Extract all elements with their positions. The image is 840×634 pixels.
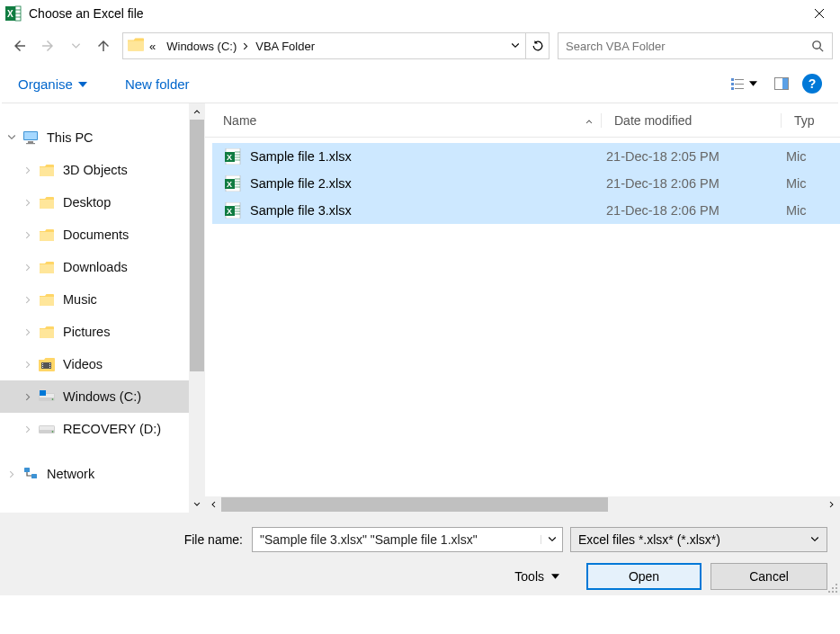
column-header-type[interactable]: Typ: [781, 113, 840, 128]
tree-item-label: 3D Objects: [63, 163, 128, 177]
column-header-name[interactable]: Name: [205, 113, 601, 128]
tree-pictures[interactable]: Pictures: [0, 316, 189, 348]
file-type: Mic: [781, 176, 840, 191]
expander-icon[interactable]: [5, 133, 18, 142]
search-box[interactable]: [558, 32, 833, 59]
caret-down-icon: [551, 574, 559, 579]
expander-icon[interactable]: [22, 231, 34, 239]
file-date: 21-Dec-18 2:05 PM: [601, 149, 781, 164]
expander-icon[interactable]: [22, 166, 34, 174]
file-row[interactable]: Sample file 2.xlsx 21-Dec-18 2:06 PM Mic: [212, 170, 840, 197]
open-button[interactable]: Open: [586, 563, 701, 590]
forward-button[interactable]: [35, 33, 60, 58]
file-row[interactable]: Sample file 3.xlsx 21-Dec-18 2:06 PM Mic: [212, 197, 840, 224]
main-area: This PC 3D Objects Desktop Documents Dow: [0, 103, 840, 513]
help-button[interactable]: ?: [802, 74, 822, 94]
scroll-left-button[interactable]: [205, 496, 221, 513]
expander-icon[interactable]: [22, 361, 34, 369]
tree-item-label: Documents: [63, 228, 129, 242]
back-button[interactable]: [7, 33, 32, 58]
organise-button[interactable]: Organise: [18, 76, 87, 92]
svg-point-44: [832, 587, 834, 589]
tree-item-label: Windows (C:): [63, 389, 141, 404]
close-button[interactable]: [804, 0, 835, 27]
title-bar: Choose an Excel file: [0, 0, 840, 27]
expander-icon[interactable]: [22, 425, 34, 433]
tree-videos[interactable]: Videos: [0, 348, 189, 380]
cancel-button[interactable]: Cancel: [710, 563, 827, 590]
filename-dropdown[interactable]: [541, 535, 562, 544]
monitor-icon: [22, 129, 40, 146]
file-list-scrollbar[interactable]: [205, 496, 840, 513]
footer: File name: Excel files *.xlsx* (*.xlsx*)…: [0, 513, 840, 595]
breadcrumb-ellipsis[interactable]: «: [149, 40, 156, 53]
file-date: 21-Dec-18 2:06 PM: [601, 176, 781, 191]
breadcrumb-drive[interactable]: Windows (C:): [166, 40, 237, 53]
expander-icon[interactable]: [22, 296, 34, 304]
scrollbar-track[interactable]: [189, 120, 205, 496]
tree-music[interactable]: Music: [0, 283, 189, 316]
address-dropdown[interactable]: [505, 41, 525, 50]
file-name: Sample file 2.xlsx: [250, 176, 352, 191]
expander-icon[interactable]: [22, 199, 34, 207]
tree-desktop[interactable]: Desktop: [0, 186, 189, 219]
tree-drive-d[interactable]: RECOVERY (D:): [0, 413, 189, 445]
folder-icon: [38, 227, 56, 243]
scroll-up-button[interactable]: [189, 103, 205, 120]
navigation-tree[interactable]: This PC 3D Objects Desktop Documents Dow: [0, 103, 189, 513]
breadcrumb-folder[interactable]: VBA Folder: [255, 40, 315, 53]
resize-grip-icon[interactable]: [826, 581, 838, 594]
up-button[interactable]: [91, 33, 116, 58]
scrollbar-thumb[interactable]: [221, 497, 608, 512]
view-mode-button[interactable]: [726, 75, 761, 93]
scrollbar-thumb[interactable]: [190, 120, 204, 371]
address-bar[interactable]: « Windows (C:) VBA Folder: [122, 32, 550, 59]
chevron-right-icon: [242, 42, 250, 50]
tree-3d-objects[interactable]: 3D Objects: [0, 154, 189, 186]
expander-icon[interactable]: [22, 328, 34, 336]
tree-this-pc[interactable]: This PC: [0, 121, 189, 154]
filetype-filter-combobox[interactable]: Excel files *.xlsx* (*.xlsx*): [570, 527, 827, 552]
filter-label: Excel files *.xlsx* (*.xlsx*): [578, 532, 720, 547]
tree-documents[interactable]: Documents: [0, 219, 189, 251]
file-list-pane: Name Date modified Typ Sample file 1.xls…: [205, 103, 840, 513]
filter-dropdown[interactable]: [810, 532, 819, 547]
file-type: Mic: [781, 149, 840, 164]
view-details-icon: [729, 76, 746, 91]
scroll-right-button[interactable]: [824, 496, 840, 513]
preview-pane-button[interactable]: [770, 75, 793, 93]
filename-combobox[interactable]: [252, 527, 563, 552]
scroll-down-button[interactable]: [189, 496, 205, 513]
tree-scrollbar[interactable]: [189, 103, 205, 513]
new-folder-button[interactable]: New folder: [125, 76, 190, 92]
file-list[interactable]: Sample file 1.xlsx 21-Dec-18 2:05 PM Mic…: [205, 138, 840, 496]
refresh-button[interactable]: [525, 33, 549, 58]
file-row[interactable]: Sample file 1.xlsx 21-Dec-18 2:05 PM Mic: [212, 143, 840, 170]
expander-icon[interactable]: [22, 263, 34, 272]
breadcrumb: « Windows (C:) VBA Folder: [149, 40, 505, 53]
scrollbar-track[interactable]: [221, 496, 824, 513]
tools-button[interactable]: Tools: [514, 569, 559, 584]
file-date: 21-Dec-18 2:06 PM: [601, 203, 781, 218]
expander-icon[interactable]: [22, 393, 34, 401]
filename-input[interactable]: [253, 532, 541, 547]
caret-down-icon: [78, 76, 87, 92]
search-input[interactable]: [566, 40, 811, 53]
tree-network[interactable]: Network: [0, 458, 189, 490]
expander-icon[interactable]: [5, 470, 18, 478]
xlsx-file-icon: [225, 175, 241, 192]
tree-item-label: Videos: [63, 357, 103, 371]
tree-drive-c[interactable]: Windows (C:): [0, 380, 189, 413]
recent-locations-button[interactable]: [63, 33, 88, 58]
disk-icon: [38, 421, 56, 437]
dialog-title: Choose an Excel file: [29, 6, 804, 21]
column-header-date[interactable]: Date modified: [601, 113, 781, 128]
folder-icon: [38, 194, 56, 210]
svg-point-48: [836, 591, 837, 593]
tree-item-label: Downloads: [63, 260, 128, 274]
tree-downloads[interactable]: Downloads: [0, 251, 189, 283]
navigation-tree-pane: This PC 3D Objects Desktop Documents Dow: [0, 103, 205, 513]
folder-icon: [38, 162, 56, 178]
search-icon[interactable]: [811, 40, 825, 53]
sort-indicator-icon: [585, 113, 594, 128]
